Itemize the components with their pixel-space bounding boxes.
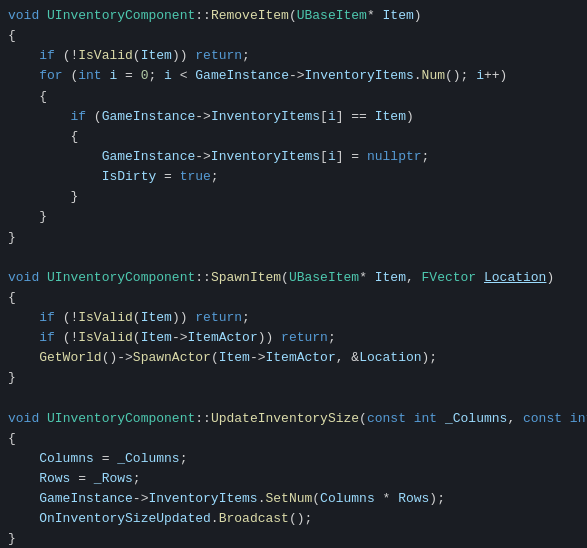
code-line-9: IsDirty = true; xyxy=(0,167,587,187)
blank-line-1 xyxy=(0,248,587,268)
code-line-27: } xyxy=(0,529,587,548)
code-line-4: for (int i = 0; i < GameInstance->Invent… xyxy=(0,66,587,86)
code-line-5: { xyxy=(0,87,587,107)
function-name: RemoveItem xyxy=(211,6,289,26)
code-line-23: Columns = _Columns; xyxy=(0,449,587,469)
code-line-21: void UInventoryComponent::UpdateInventor… xyxy=(0,409,587,429)
blank-line-2 xyxy=(0,389,587,409)
code-line-24: Rows = _Rows; xyxy=(0,469,587,489)
code-line-19: } xyxy=(0,368,587,388)
code-line-25: GameInstance->InventoryItems.SetNum(Colu… xyxy=(0,489,587,509)
code-line-26: OnInventorySizeUpdated.Broadcast(); xyxy=(0,509,587,529)
code-line-18: GetWorld()->SpawnActor(Item->ItemActor, … xyxy=(0,348,587,368)
code-editor: void UInventoryComponent::RemoveItem(UBa… xyxy=(0,0,587,548)
code-line-15: { xyxy=(0,288,587,308)
code-line-6: if (GameInstance->InventoryItems[i] == I… xyxy=(0,107,587,127)
code-line-8: GameInstance->InventoryItems[i] = nullpt… xyxy=(0,147,587,167)
class-name: UInventoryComponent xyxy=(47,6,195,26)
code-line-7: { xyxy=(0,127,587,147)
code-line-14: void UInventoryComponent::SpawnItem(UBas… xyxy=(0,268,587,288)
code-line-16: if (!IsValid(Item)) return; xyxy=(0,308,587,328)
code-line-3: if (!IsValid(Item)) return; xyxy=(0,46,587,66)
code-line-1: void UInventoryComponent::RemoveItem(UBa… xyxy=(0,6,587,26)
keyword-void: void xyxy=(8,6,39,26)
code-line-17: if (!IsValid(Item->ItemActor)) return; xyxy=(0,328,587,348)
code-line-12: } xyxy=(0,228,587,248)
code-line-11: } xyxy=(0,207,587,227)
code-line-22: { xyxy=(0,429,587,449)
code-line-10: } xyxy=(0,187,587,207)
code-line-2: { xyxy=(0,26,587,46)
